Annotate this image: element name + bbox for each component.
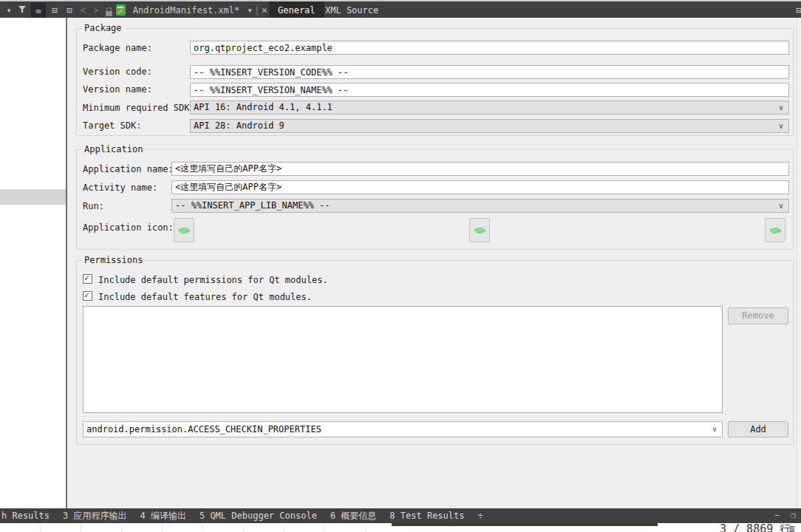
output-panes-bar: h Results 3 应用程序输出 4 编译输出 5 QML Debugger…: [0, 508, 801, 523]
vertical-scrollbar[interactable]: [797, 18, 801, 508]
open-in-window-icon[interactable]: ⊡: [64, 3, 75, 18]
line-indicator: 3 / 8869 行: [720, 522, 791, 532]
package-group-title: Package: [82, 23, 124, 33]
open-document-title[interactable]: AndroidManifest.xml*: [127, 3, 245, 18]
add-permission-button[interactable]: Add: [728, 421, 788, 437]
app-icon-button-high-dpi[interactable]: [765, 218, 785, 242]
output-pane-application-output[interactable]: 3 应用程序输出: [63, 508, 126, 523]
min-sdk-combo[interactable]: API 16: Android 4.1, 4.1.1 ∨: [190, 100, 789, 115]
output-pane-compile-output[interactable]: 4 编译输出: [140, 508, 185, 523]
close-document-icon[interactable]: ×: [260, 3, 269, 18]
output-pane-summary-info[interactable]: 6 概要信息: [330, 508, 376, 523]
permission-combo[interactable]: android.permission.ACCESS_CHECKIN_PROPER…: [83, 421, 723, 437]
manifest-file-icon: [115, 3, 126, 18]
permissions-group-title: Permissions: [82, 255, 145, 265]
permissions-list[interactable]: [83, 306, 723, 413]
activity-name-label: Activity name:: [83, 183, 157, 193]
check-icon: ✓: [84, 273, 89, 283]
remove-permission-button[interactable]: Remove: [728, 307, 788, 324]
leaf-icon: [178, 226, 191, 235]
list-icon: ≣: [789, 523, 795, 532]
target-sdk-value: API 28: Android 9: [194, 120, 284, 131]
split-editor-icon[interactable]: ⊟: [49, 3, 61, 18]
chevron-down-icon: ∨: [779, 120, 783, 132]
min-sdk-label: Minimum required SDK:: [83, 103, 195, 113]
go-forward-icon[interactable]: >: [92, 3, 100, 18]
permission-combo-value: android.permission.ACCESS_CHECKIN_PROPER…: [86, 424, 321, 434]
run-label: Run:: [83, 201, 104, 211]
application-group-title: Application: [82, 144, 145, 154]
version-name-input[interactable]: [190, 83, 789, 97]
sidebar-mode-caret-icon[interactable]: ▾: [4, 3, 13, 18]
run-combo[interactable]: -- %%INSERT_APP_LIB_NAME%% -- ∨: [171, 199, 789, 213]
default-features-label: Include default features for Qt modules.: [98, 292, 312, 302]
chevron-down-icon: ∨: [779, 200, 783, 212]
activity-name-input[interactable]: [171, 180, 789, 194]
package-name-input[interactable]: [190, 41, 789, 55]
app-icon-button-low-dpi[interactable]: [174, 218, 194, 242]
version-code-label: Version code:: [83, 66, 152, 77]
output-pane-search-results[interactable]: h Results: [1, 508, 50, 523]
window-pane-icon[interactable]: ❐: [791, 508, 796, 523]
default-permissions-checkbox[interactable]: ✓: [83, 274, 92, 284]
package-name-label: Package name:: [83, 43, 152, 53]
application-icon-label: Application icon:: [83, 222, 174, 233]
run-value: -- %%INSERT_APP_LIB_NAME%% --: [175, 200, 330, 211]
target-sdk-label: Target SDK:: [83, 120, 141, 131]
target-sdk-combo[interactable]: API 28: Android 9 ∨: [190, 119, 789, 133]
funnel-glyph: [18, 6, 26, 13]
link-with-editor-icon[interactable]: ∞: [31, 3, 46, 18]
strip-dark-band: [392, 523, 658, 526]
chevron-down-icon: ∨: [712, 422, 717, 437]
tab-xml-source[interactable]: XML Source: [316, 1, 387, 19]
go-back-icon[interactable]: <: [78, 3, 87, 18]
default-permissions-label: Include default permissions for Qt modul…: [98, 275, 328, 285]
chevron-down-icon: ∨: [779, 101, 783, 114]
right-split-icon[interactable]: ⊟: [794, 3, 801, 18]
sidebar-selected-row[interactable]: [0, 189, 66, 205]
filter-icon[interactable]: [16, 3, 28, 18]
output-pane-qml-debugger-console[interactable]: 5 QML Debugger Console: [200, 508, 317, 523]
minimize-pane-icon[interactable]: −: [774, 508, 780, 523]
document-dropdown-icon[interactable]: ▾: [245, 3, 254, 18]
output-pane-test-results[interactable]: 8 Test Results: [389, 508, 464, 523]
application-name-input[interactable]: [171, 162, 789, 176]
toolbar-separator: |: [254, 3, 259, 18]
min-sdk-value: API 16: Android 4.1, 4.1.1: [194, 102, 333, 112]
lock-icon: [103, 3, 114, 18]
pane-toggle-icon[interactable]: ÷: [478, 511, 483, 521]
strip-column-lines: [0, 523, 392, 532]
check-icon: ✓: [84, 290, 89, 300]
bottom-strip: 3 / 8869 行 ≣: [0, 523, 801, 532]
default-features-checkbox[interactable]: ✓: [83, 291, 92, 301]
version-code-input[interactable]: [190, 65, 789, 79]
editor-toolbar: ▾ ∞ ⊟ ⊡ < > AndroidManifest.xml* ▾ | × G…: [0, 0, 801, 18]
app-icon-button-medium-dpi[interactable]: [469, 218, 490, 242]
side-panel: [0, 18, 67, 508]
application-name-label: Application name:: [83, 164, 174, 174]
version-name-label: Version name:: [83, 84, 152, 95]
leaf-icon: [769, 226, 782, 235]
leaf-icon: [474, 226, 486, 235]
